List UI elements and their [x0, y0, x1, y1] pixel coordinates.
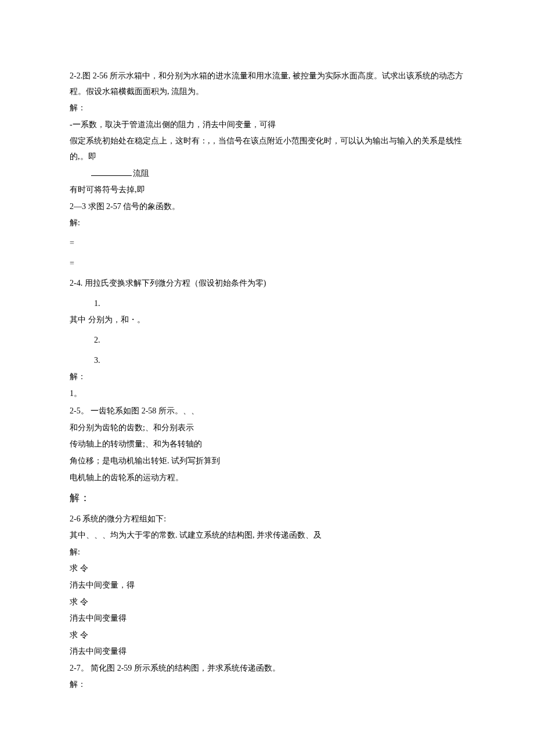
text-line: 有时可将符号去掉,即	[70, 182, 464, 198]
solution-label: 解:	[70, 545, 464, 560]
text-line: 消去中间变量得	[70, 611, 464, 627]
problem-2-2-statement: 2-2.图 2-56 所示水箱中，和分别为水箱的进水流量和用水流量, 被控量为实…	[70, 69, 464, 99]
problem-2-4-statement: 2-4. 用拉氏变换求解下列微分方程（假设初始条件为零)	[70, 276, 464, 291]
text-line: 电机轴上的齿轮系的运动方程。	[70, 470, 464, 486]
list-item-3: 3.	[70, 353, 464, 369]
text-line: 求 令	[70, 595, 464, 610]
text-line: 求 令	[70, 561, 464, 577]
problem-2-3-statement: 2—3 求图 2-57 信号的象函数。	[70, 199, 464, 215]
solution-label: 解：	[70, 100, 464, 116]
solution-label: 解：	[70, 677, 464, 693]
solution-label-large: 解：	[70, 489, 464, 507]
text-line: -一系数，取决于管道流出侧的阻力，消去中间变量，可得	[70, 117, 464, 133]
text-line: 消去中间变量得	[70, 644, 464, 660]
text-line: 求 令	[70, 628, 464, 643]
blank-label: 流阻	[133, 169, 149, 178]
text-line: 角位移；是电动机输出转矩. 试列写折算到	[70, 453, 464, 469]
text-line: 消去中间变量，得	[70, 578, 464, 593]
solution-label: 解：	[70, 369, 464, 385]
text-line: 传动轴上的转动惯量;、和为各转轴的	[70, 437, 464, 452]
text-line: 和分别为齿轮的齿数;、和分别表示	[70, 420, 464, 436]
blank-line-resistance: 流阻	[70, 166, 464, 182]
text-line: 1。	[70, 386, 464, 402]
text-line: 其中、、、均为大于零的常数. 试建立系统的结构图, 并求传递函数、及	[70, 528, 464, 543]
problem-2-5-statement: 2-5。 一齿轮系如图 2-58 所示。、、	[70, 404, 464, 419]
problem-2-6-statement: 2-6 系统的微分方程组如下:	[70, 512, 464, 527]
list-item-2: 2.	[70, 333, 464, 348]
problem-2-7-statement: 2-7。 简化图 2-59 所示系统的结构图，并求系统传递函数。	[70, 661, 464, 676]
text-line: 假定系统初始处在稳定点上，这时有：,，当信号在该点附近小范围变化时，可以认为输出…	[70, 134, 464, 164]
equation-placeholder: =	[70, 256, 464, 272]
text-line: 其中 分别为，和・。	[70, 312, 464, 328]
solution-label: 解:	[70, 215, 464, 231]
list-item-1: 1.	[70, 296, 464, 312]
equation-placeholder: =	[70, 236, 464, 251]
blank-underline	[91, 168, 132, 176]
